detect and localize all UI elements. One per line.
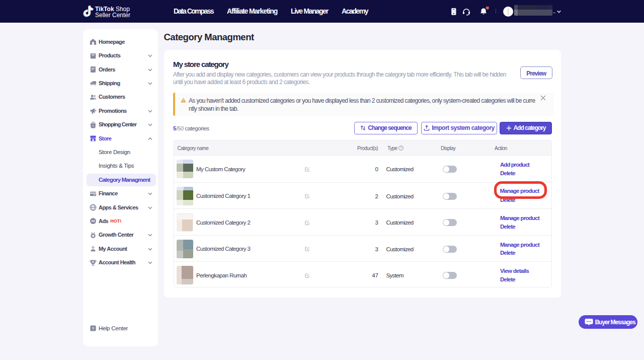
svg-text:AD: AD [91, 220, 95, 223]
svg-text:?: ? [92, 326, 94, 331]
svg-text:?: ? [400, 146, 402, 150]
